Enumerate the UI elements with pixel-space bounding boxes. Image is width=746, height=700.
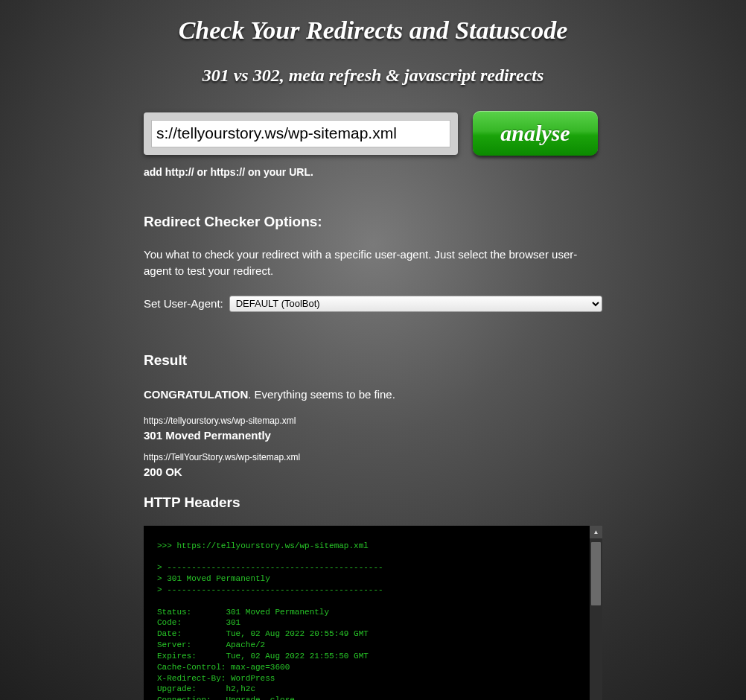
result-status: 200 OK	[144, 465, 602, 478]
user-agent-select[interactable]: DEFAULT (ToolBot)	[229, 296, 602, 312]
options-description: You what to check your redirect with a s…	[144, 246, 590, 279]
result-title: Result	[144, 352, 602, 369]
congrat-rest: . Everything seems to be fine.	[248, 388, 395, 401]
http-headers-terminal[interactable]: >>> https://tellyourstory.ws/wp-sitemap.…	[144, 526, 602, 701]
options-title: Redirect Checker Options:	[144, 214, 602, 230]
page-title: Check Your Redirects and Statuscode	[144, 16, 602, 45]
result-summary: CONGRATULATION. Everything seems to be f…	[144, 388, 602, 401]
url-form: analyse	[144, 111, 602, 156]
result-entry: https://TellYourStory.ws/wp-sitemap.xml …	[144, 452, 602, 478]
result-url: https://tellyourstory.ws/wp-sitemap.xml	[144, 416, 602, 426]
ua-label: Set User-Agent:	[144, 297, 223, 310]
congrat-word: CONGRATULATION	[144, 388, 248, 401]
scroll-thumb[interactable]	[591, 542, 601, 605]
result-status: 301 Moved Permanently	[144, 429, 602, 442]
page-subtitle: 301 vs 302, meta refresh & javascript re…	[144, 66, 602, 86]
url-input[interactable]	[151, 120, 450, 147]
result-entry: https://tellyourstory.ws/wp-sitemap.xml …	[144, 416, 602, 442]
result-url: https://TellYourStory.ws/wp-sitemap.xml	[144, 452, 602, 462]
scroll-up-icon[interactable]: ▲	[590, 526, 602, 538]
terminal-scrollbar[interactable]: ▲ ▼	[590, 526, 602, 701]
terminal-wrapper: >>> https://tellyourstory.ws/wp-sitemap.…	[144, 526, 602, 701]
url-input-wrapper	[144, 112, 458, 155]
http-headers-title: HTTP Headers	[144, 494, 602, 511]
url-hint: add http:// or https:// on your URL.	[144, 166, 602, 178]
analyse-button[interactable]: analyse	[473, 111, 598, 156]
